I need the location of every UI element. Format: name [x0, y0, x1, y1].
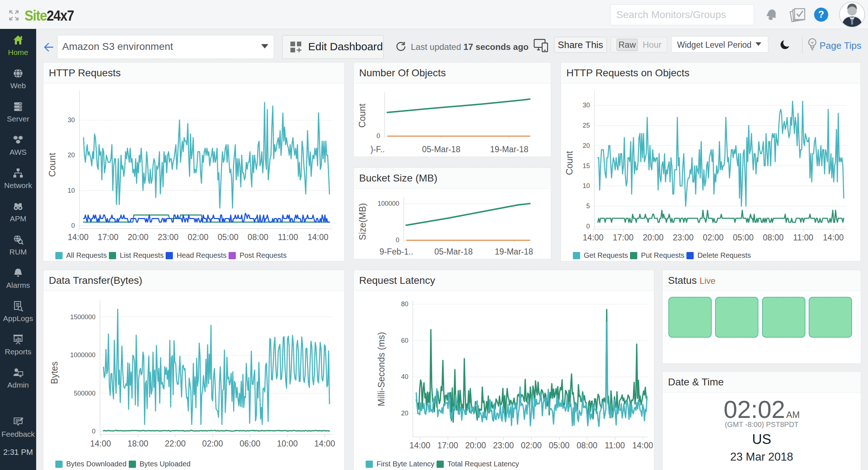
svg-text:14:00: 14:00: [314, 439, 335, 448]
svg-text:19-Mar-18: 19-Mar-18: [490, 145, 528, 154]
svg-text:1000000: 1000000: [70, 351, 95, 359]
svg-text:17:00: 17:00: [437, 441, 458, 450]
svg-text:1500000: 1500000: [70, 313, 95, 321]
svg-text:500000: 500000: [74, 390, 95, 397]
svg-text:14:00: 14:00: [307, 232, 328, 242]
svg-text:20:00: 20:00: [643, 233, 664, 242]
svg-text:30: 30: [68, 116, 75, 124]
svg-text:30: 30: [583, 102, 590, 109]
svg-text:0: 0: [586, 223, 590, 230]
svg-text:23:00: 23:00: [493, 441, 514, 450]
svg-text:19-Mar-18: 19-Mar-18: [495, 247, 533, 256]
svg-text:14:00: 14:00: [90, 439, 111, 448]
svg-text:Count: Count: [47, 153, 57, 177]
svg-text:05:00: 05:00: [733, 233, 754, 242]
svg-text:05-Mar-18: 05-Mar-18: [434, 247, 473, 256]
svg-text:Count: Count: [564, 151, 574, 175]
svg-text:20:00: 20:00: [128, 232, 149, 242]
svg-text:11:00: 11:00: [605, 441, 625, 450]
svg-text:02:00: 02:00: [521, 441, 542, 450]
svg-text:60: 60: [401, 337, 408, 344]
svg-text:23:00: 23:00: [158, 232, 179, 242]
svg-text:20:00: 20:00: [465, 441, 486, 450]
svg-text:08:00: 08:00: [248, 232, 269, 242]
svg-text:0: 0: [396, 236, 399, 244]
svg-text:9-Feb-1..: 9-Feb-1..: [379, 247, 413, 256]
svg-text:05:00: 05:00: [218, 232, 239, 242]
svg-text:11:00: 11:00: [793, 233, 813, 242]
svg-text:10: 10: [583, 182, 590, 189]
svg-text:06:00: 06:00: [239, 439, 260, 448]
svg-text:18:00: 18:00: [128, 439, 149, 448]
svg-text:Milli-Seconds (ms): Milli-Seconds (ms): [376, 332, 386, 406]
svg-text:0: 0: [92, 428, 95, 435]
svg-text:14:00: 14:00: [409, 441, 430, 450]
svg-text:40: 40: [401, 373, 408, 380]
svg-text:23:00: 23:00: [673, 233, 694, 242]
svg-text:14:00: 14:00: [583, 233, 604, 242]
svg-text:05:00: 05:00: [549, 441, 570, 450]
svg-text:20: 20: [401, 410, 408, 417]
svg-text:08:00: 08:00: [763, 233, 784, 242]
svg-text:0: 0: [71, 222, 75, 229]
svg-text:80: 80: [401, 300, 408, 308]
svg-text:05-Mar-18: 05-Mar-18: [422, 145, 460, 154]
svg-text:)-F..: )-F..: [370, 145, 385, 154]
svg-text:Size(MB): Size(MB): [357, 203, 367, 240]
svg-text:15: 15: [583, 162, 590, 170]
svg-text:14:00: 14:00: [632, 441, 653, 450]
svg-text:11:00: 11:00: [278, 232, 298, 242]
svg-text:02:00: 02:00: [703, 233, 724, 242]
svg-text:Count: Count: [357, 104, 367, 128]
svg-text:10: 10: [68, 187, 75, 194]
svg-text:10:00: 10:00: [277, 439, 298, 448]
svg-text:20: 20: [583, 142, 590, 149]
svg-text:20: 20: [68, 151, 75, 159]
svg-text:5: 5: [586, 202, 590, 210]
svg-text:0: 0: [376, 132, 380, 140]
svg-text:17:00: 17:00: [613, 233, 634, 242]
svg-text:08:00: 08:00: [576, 441, 597, 450]
svg-text:14:00: 14:00: [823, 233, 844, 242]
svg-text:17:00: 17:00: [98, 232, 119, 242]
svg-text:25: 25: [583, 122, 590, 129]
svg-text:22:00: 22:00: [165, 439, 186, 448]
svg-text:02:00: 02:00: [202, 439, 223, 448]
svg-text:Bytes: Bytes: [49, 362, 59, 384]
svg-text:100000: 100000: [378, 200, 399, 207]
svg-text:14:00: 14:00: [68, 232, 89, 242]
svg-text:02:00: 02:00: [188, 232, 209, 242]
